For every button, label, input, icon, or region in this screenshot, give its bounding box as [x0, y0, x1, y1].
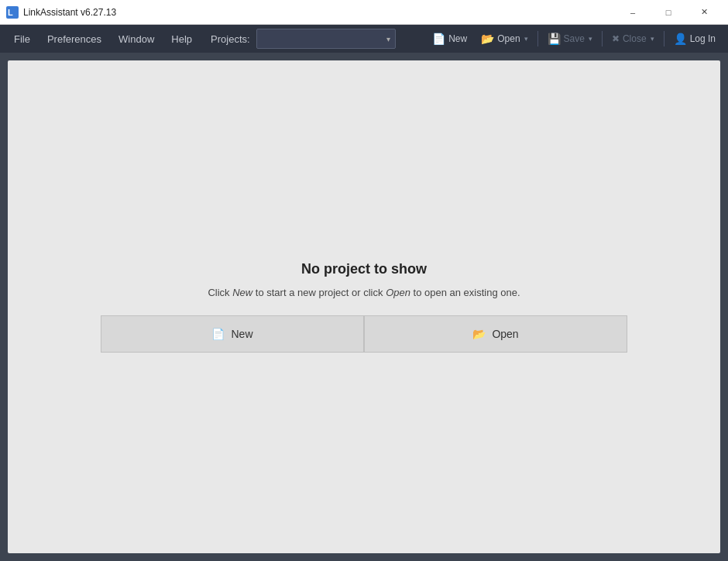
- open-button[interactable]: Open ▾: [475, 29, 534, 48]
- menu-preferences[interactable]: Preferences: [39, 30, 109, 48]
- toolbar-sep-1: [537, 31, 538, 46]
- maximize-button[interactable]: □: [651, 0, 686, 25]
- empty-open-icon: [472, 327, 486, 341]
- main-content: No project to show Click New to start a …: [8, 60, 720, 553]
- login-button[interactable]: Log In: [668, 29, 722, 48]
- login-icon: [674, 33, 687, 45]
- open-icon: [481, 33, 494, 45]
- toolbar-buttons: New Open ▾ Save ▾ Close ▾ Log In: [426, 29, 722, 48]
- empty-new-button[interactable]: New: [101, 315, 364, 353]
- empty-state-description: Click New to start a new project or clic…: [208, 287, 520, 298]
- empty-state-buttons: New Open: [101, 315, 627, 353]
- new-icon: [432, 33, 445, 45]
- toolbar-sep-2: [602, 31, 603, 46]
- projects-label: Projects:: [211, 33, 250, 45]
- close-project-icon: [612, 33, 620, 44]
- toolbar-sep-3: [664, 31, 664, 46]
- menubar: File Preferences Window Help Projects: ▾…: [0, 25, 728, 53]
- titlebar: L LinkAssistant v6.27.13 – □ ✕: [0, 0, 728, 25]
- close-button[interactable]: ✕: [686, 0, 722, 25]
- menu-window[interactable]: Window: [111, 30, 162, 48]
- save-arrow-icon: ▾: [589, 35, 592, 43]
- menu-help[interactable]: Help: [163, 30, 200, 48]
- close-arrow-icon: ▾: [651, 35, 654, 43]
- empty-state-title: No project to show: [301, 261, 427, 277]
- minimize-button[interactable]: –: [615, 0, 651, 25]
- window-title: LinkAssistant v6.27.13: [23, 7, 615, 18]
- empty-open-button[interactable]: Open: [364, 315, 627, 353]
- svg-text:L: L: [8, 8, 13, 17]
- open-arrow-icon: ▾: [524, 35, 528, 43]
- empty-state: No project to show Click New to start a …: [101, 261, 627, 353]
- window-controls: – □ ✕: [615, 0, 722, 25]
- projects-dropdown[interactable]: ▾: [256, 29, 396, 49]
- new-button[interactable]: New: [426, 29, 473, 48]
- save-button[interactable]: Save ▾: [541, 29, 599, 48]
- menu-file[interactable]: File: [6, 30, 38, 48]
- app-icon: L: [6, 6, 19, 19]
- close-project-button[interactable]: Close ▾: [606, 30, 661, 47]
- empty-new-icon: [211, 327, 225, 341]
- chevron-down-icon: ▾: [386, 35, 390, 43]
- save-icon: [548, 33, 561, 45]
